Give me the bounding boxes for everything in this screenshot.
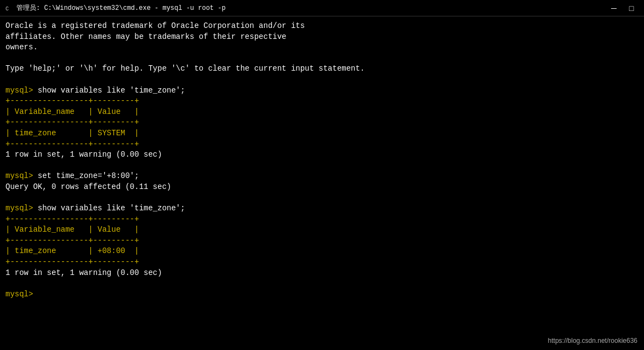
empty-line (5, 278, 639, 289)
empty-line (5, 74, 639, 85)
table-line: +-----------------+---------+ (5, 236, 639, 246)
mysql-prompt: mysql> (5, 204, 38, 213)
command-text: show variables like 'time_zone'; (38, 204, 185, 213)
table-line: | Variable_name | Value | (5, 225, 639, 236)
maximize-button[interactable]: □ (623, 2, 640, 15)
svg-text:C: C (5, 6, 9, 12)
command-text: show variables like 'time_zone'; (38, 86, 185, 95)
titlebar: C 管理员: C:\Windows\system32\cmd.exe - mys… (0, 0, 644, 16)
window-title: 管理员: C:\Windows\system32\cmd.exe - mysql… (16, 3, 606, 13)
minimize-button[interactable]: ─ (606, 2, 622, 15)
mysql-prompt: mysql> (5, 86, 38, 95)
result-line: Query OK, 0 rows affected (0.11 sec) (5, 182, 639, 193)
terminal-line: owners. (5, 42, 639, 53)
table-line: +-----------------+---------+ (5, 214, 639, 225)
mysql-prompt: mysql> (5, 290, 38, 299)
command-text: set time_zone='+8:00'; (38, 171, 139, 180)
terminal-window: C 管理员: C:\Windows\system32\cmd.exe - mys… (0, 0, 644, 350)
watermark: https://blog.csdn.net/rookie636 (548, 336, 637, 346)
empty-line (5, 53, 639, 64)
window-controls: ─ □ (606, 2, 640, 15)
terminal-line: affiliates. Other names may be trademark… (5, 32, 639, 43)
table-line: +-----------------+---------+ (5, 117, 639, 128)
table-line: | Variable_name | Value | (5, 107, 639, 118)
table-line: +-----------------+---------+ (5, 139, 639, 150)
active-prompt-line[interactable]: mysql> (5, 289, 639, 300)
cmd-icon: C (4, 4, 13, 13)
empty-line (5, 193, 639, 204)
terminal-line: Type 'help;' or '\h' for help. Type '\c'… (5, 64, 639, 74)
command-line: mysql> show variables like 'time_zone'; (5, 85, 639, 96)
result-line: 1 row in set, 1 warning (0.00 sec) (5, 150, 639, 160)
result-line: 1 row in set, 1 warning (0.00 sec) (5, 268, 639, 279)
command-line: mysql> set time_zone='+8:00'; (5, 171, 639, 182)
mysql-prompt: mysql> (5, 171, 38, 180)
table-line: | time_zone | SYSTEM | (5, 128, 639, 139)
table-line: +-----------------+---------+ (5, 96, 639, 107)
command-line: mysql> show variables like 'time_zone'; (5, 203, 639, 214)
empty-line (5, 160, 639, 171)
terminal-output[interactable]: Oracle is a registered trademark of Orac… (0, 16, 644, 350)
terminal-line: Oracle is a registered trademark of Orac… (5, 21, 639, 32)
table-line: | time_zone | +08:00 | (5, 246, 639, 257)
table-line: +-----------------+---------+ (5, 257, 639, 268)
